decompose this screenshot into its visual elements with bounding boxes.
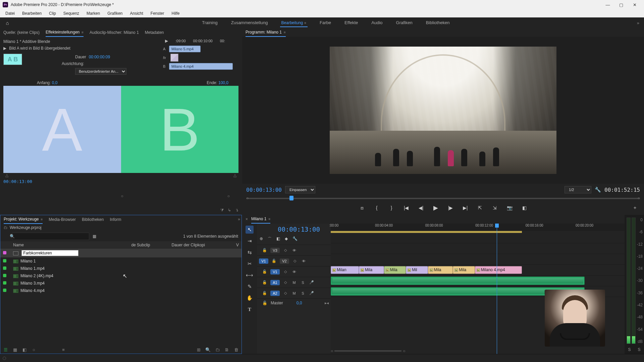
- toggle-output-icon[interactable]: 👁: [291, 248, 297, 252]
- col-dauer[interactable]: Dauer der Clipkopi: [169, 241, 233, 249]
- program-scrubber[interactable]: ○ ○: [246, 196, 640, 201]
- program-playhead[interactable]: [289, 196, 293, 200]
- mark-in-icon[interactable]: ⧈: [358, 204, 366, 212]
- sync-lock-icon[interactable]: ◇: [292, 259, 298, 263]
- hand-tool-icon[interactable]: ✋: [246, 294, 254, 302]
- workspace-effekte[interactable]: Effekte: [343, 19, 359, 27]
- video-clip[interactable]: fxMila: [453, 266, 475, 274]
- tab-sequence[interactable]: Milano 1≡: [251, 215, 270, 224]
- selection-tool-icon[interactable]: ↖: [246, 226, 254, 234]
- new-item-icon[interactable]: 🗎: [224, 347, 229, 352]
- new-bin-from-search-icon[interactable]: ▦: [93, 234, 96, 239]
- mark-out-button[interactable]: }: [388, 204, 395, 212]
- track-name[interactable]: A1: [270, 280, 280, 285]
- button-editor-icon[interactable]: ＋: [631, 204, 639, 212]
- menu-hilfe[interactable]: Hilfe: [168, 10, 183, 16]
- project-row[interactable]: Milano 3.mp4: [0, 280, 241, 287]
- track-name[interactable]: V3: [270, 248, 280, 253]
- label-color[interactable]: [3, 251, 6, 254]
- master-meters-icon[interactable]: ▸◂: [325, 301, 329, 305]
- tab-audioclip-mischer[interactable]: Audioclip-Mischer: Milano 1: [90, 28, 139, 37]
- toggle-output-icon[interactable]: 👁: [301, 259, 307, 263]
- home-button[interactable]: ⌂: [0, 20, 15, 26]
- col-subclip[interactable]: de Subclip: [128, 241, 169, 249]
- tab-programm[interactable]: Programm: Milano 1≡: [246, 28, 286, 37]
- track-header-a1[interactable]: 🔓 A1 ◇ M S 🎤: [257, 277, 331, 288]
- timeline-marker-icon[interactable]: ◆: [285, 236, 288, 242]
- project-row[interactable]: Milano 1: [0, 257, 241, 265]
- tab-bibliotheken[interactable]: Bibliotheken: [82, 215, 104, 224]
- lock-icon[interactable]: 🔓: [262, 280, 268, 285]
- menu-datei[interactable]: Datei: [2, 10, 18, 16]
- menu-fenster[interactable]: Fenster: [147, 10, 168, 16]
- timeline-timecode[interactable]: 00:00:13:00: [257, 225, 331, 235]
- panel-menu-icon[interactable]: ≡: [82, 31, 84, 34]
- source-timecode[interactable]: 00:00:13:00: [3, 178, 238, 185]
- tab-inform[interactable]: Inform: [110, 215, 121, 224]
- label-color[interactable]: [3, 274, 6, 277]
- mini-clip-a[interactable]: Milano 5.mp4: [169, 46, 201, 52]
- menu-marken[interactable]: Marken: [83, 10, 103, 16]
- wrench-icon[interactable]: 🔧: [595, 187, 601, 193]
- close-button[interactable]: ✕: [628, 0, 641, 9]
- go-to-in-icon[interactable]: |◀: [402, 204, 410, 212]
- marker-add-icon[interactable]: ◧: [276, 236, 280, 242]
- find-icon[interactable]: 🔍: [205, 347, 211, 352]
- solo-button[interactable]: S: [300, 281, 306, 285]
- lock-icon[interactable]: 🔓: [271, 259, 277, 263]
- new-bin-icon[interactable]: 🗀: [215, 347, 220, 352]
- step-fwd-icon[interactable]: |▶: [447, 204, 454, 212]
- workspace-menu-icon[interactable]: ≡: [304, 21, 306, 25]
- video-clip[interactable]: fxMila: [384, 266, 406, 274]
- label-color[interactable]: [3, 259, 6, 262]
- sync-lock-icon[interactable]: ◇: [282, 269, 288, 274]
- lock-icon[interactable]: 🔓: [262, 269, 268, 274]
- lock-icon[interactable]: 🔓: [262, 248, 268, 252]
- work-area-bar[interactable]: [331, 231, 522, 233]
- snap-icon[interactable]: ⊕: [260, 236, 263, 242]
- track-select-tool-icon[interactable]: ⇥: [246, 237, 254, 245]
- solo-button[interactable]: S: [300, 291, 306, 295]
- project-row[interactable]: [0, 249, 241, 257]
- source-patch[interactable]: V1: [259, 258, 268, 264]
- menu-sequenz[interactable]: Sequenz: [60, 10, 83, 16]
- track-header-master[interactable]: 🔓 Master 0,0 ▸◂: [257, 298, 331, 307]
- mini-clip-b[interactable]: Milano 4.mp4: [169, 63, 233, 70]
- track-v2[interactable]: [331, 254, 644, 264]
- track-name[interactable]: V2: [280, 258, 289, 264]
- workspace-bearbeitung[interactable]: Bearbeitung≡: [280, 19, 308, 27]
- slip-tool-icon[interactable]: ⟷: [246, 271, 254, 279]
- workspace-training[interactable]: Training: [201, 19, 219, 27]
- col-name[interactable]: Name: [10, 241, 128, 249]
- mini-transition-block[interactable]: [170, 54, 178, 62]
- mute-button[interactable]: M: [291, 291, 297, 295]
- time-ruler[interactable]: :00:00 00:00:04:00 00:00:08:00 00:00:12:…: [331, 224, 644, 231]
- program-viewer[interactable]: [242, 37, 644, 184]
- tab-quelle[interactable]: Quelle: (keine Clips): [3, 28, 40, 37]
- comparison-icon[interactable]: ◧: [521, 204, 528, 212]
- insert-icon[interactable]: ↳: [228, 208, 231, 213]
- track-a1[interactable]: [331, 275, 644, 286]
- zoom-slider-icon[interactable]: ○: [31, 347, 37, 352]
- ende-value[interactable]: 100,0: [218, 80, 228, 85]
- video-clip[interactable]: fxMilan: [331, 266, 359, 274]
- pen-tool-icon[interactable]: ✎: [246, 283, 254, 291]
- automate-icon[interactable]: ⊞: [196, 347, 201, 352]
- freeform-view-icon[interactable]: ◧: [22, 347, 27, 352]
- overwrite-icon[interactable]: ↴: [235, 208, 238, 213]
- workspace-overflow-icon[interactable]: »: [637, 20, 639, 25]
- linked-selection-icon[interactable]: ⌒: [268, 236, 272, 242]
- tab-projekt[interactable]: Projekt: Werkzeuge≡: [4, 215, 43, 224]
- label-color[interactable]: [3, 281, 6, 285]
- play-icon[interactable]: ▶: [3, 46, 6, 51]
- voice-record-icon[interactable]: 🎤: [309, 291, 315, 295]
- anfang-value[interactable]: 0,0: [52, 80, 58, 85]
- menu-clip[interactable]: Clip: [46, 10, 59, 16]
- timeline-playhead[interactable]: [497, 224, 497, 354]
- video-clip[interactable]: fxMila: [428, 266, 453, 274]
- sync-lock-icon[interactable]: ◇: [282, 291, 288, 295]
- tab-media-browser[interactable]: Media-Browser: [49, 215, 76, 224]
- maximize-button[interactable]: ▢: [614, 0, 628, 9]
- wrench-settings-icon[interactable]: 🔧: [292, 236, 298, 242]
- mark-in-button[interactable]: {: [373, 204, 380, 212]
